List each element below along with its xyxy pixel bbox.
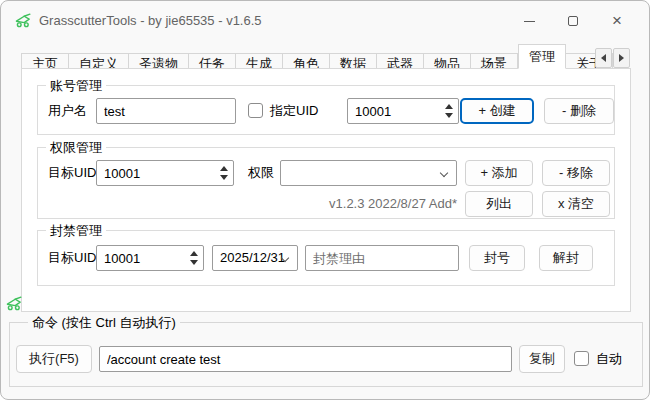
specify-uid-checkbox[interactable] <box>248 103 263 118</box>
add-permission-button[interactable]: + 添加 <box>465 160 533 186</box>
perm-target-uid-input[interactable] <box>97 161 233 185</box>
grasscutter-logo-icon <box>6 295 23 312</box>
ban-target-uid-label: 目标UID <box>48 250 96 266</box>
permission-group-title: 权限管理 <box>46 140 106 155</box>
tab-scroll-left-button[interactable] <box>595 48 612 68</box>
spinner-arrows[interactable] <box>441 99 456 123</box>
unban-button[interactable]: 解封 <box>539 245 593 271</box>
permission-group: 权限管理 目标UID 权限 + 添加 - 移除 v1.2.3 2022/8/27… <box>37 147 615 219</box>
spinner-arrows[interactable] <box>186 246 201 270</box>
command-input[interactable] <box>99 346 512 372</box>
ban-date-picker[interactable]: 2025/12/31 <box>212 245 298 271</box>
ban-group-title: 封禁管理 <box>46 223 106 238</box>
minimize-button[interactable] <box>507 2 551 40</box>
ban-button[interactable]: 封号 <box>469 245 525 271</box>
copy-command-button[interactable]: 复制 <box>519 345 565 373</box>
grasscutter-logo-icon <box>15 12 32 29</box>
ban-target-uid-spinner[interactable] <box>96 245 204 271</box>
maximize-icon <box>568 16 578 26</box>
tab-management[interactable]: 管理 <box>518 44 566 69</box>
spinner-down-icon[interactable] <box>445 113 453 118</box>
title-bar[interactable]: GrasscutterTools - by jie65535 - v1.6.5 … <box>1 1 649 41</box>
spinner-up-icon[interactable] <box>190 251 198 256</box>
perm-label: 权限 <box>248 165 274 181</box>
ban-reason-input[interactable] <box>305 245 459 271</box>
username-label: 用户名 <box>48 103 87 119</box>
window-title: GrasscutterTools - by jie65535 - v1.6.5 <box>39 1 262 41</box>
perm-target-uid-spinner[interactable] <box>96 160 234 186</box>
spinner-up-icon[interactable] <box>220 166 228 171</box>
create-account-button[interactable]: + 创建 <box>460 98 534 124</box>
account-group: 账号管理 用户名 指定UID + 创建 - 删除 <box>37 85 615 135</box>
spinner-down-icon[interactable] <box>220 175 228 180</box>
account-group-title: 账号管理 <box>46 78 106 93</box>
auto-run-label: 自动 <box>596 351 622 367</box>
spinner-down-icon[interactable] <box>190 260 198 265</box>
remove-permission-button[interactable]: - 移除 <box>542 160 610 186</box>
command-group-title: 命令 (按住 Ctrl 自动执行) <box>28 315 180 330</box>
delete-account-button[interactable]: - 删除 <box>544 98 614 124</box>
minimize-icon <box>524 21 535 22</box>
username-input[interactable] <box>96 98 236 124</box>
app-window: GrasscutterTools - by jie65535 - v1.6.5 … <box>0 0 650 400</box>
chevron-down-icon <box>440 169 448 177</box>
close-button[interactable]: × <box>595 2 639 40</box>
maximize-button[interactable] <box>551 2 595 40</box>
run-command-button[interactable]: 执行(F5) <box>16 345 92 373</box>
version-note: v1.2.3 2022/8/27 Add* <box>280 196 457 211</box>
tab-scroll-right-button[interactable] <box>613 48 630 68</box>
tab-scroll-right-icon <box>619 54 624 62</box>
specify-uid-label: 指定UID <box>270 103 318 119</box>
account-uid-spinner[interactable] <box>347 98 459 124</box>
ban-date-value: 2025/12/31 <box>220 250 285 265</box>
clear-permission-button[interactable]: x 清空 <box>542 191 610 217</box>
close-icon: × <box>612 11 622 31</box>
command-group: 命令 (按住 Ctrl 自动执行) 执行(F5) 复制 自动 <box>9 322 643 387</box>
auto-run-checkbox[interactable] <box>574 351 589 366</box>
tab-strip: 主页自定义圣遗物任务生成角色数据武器物品场景管理关于 <box>21 48 613 69</box>
permission-combobox[interactable] <box>280 160 457 186</box>
spinner-up-icon[interactable] <box>445 104 453 109</box>
ban-group: 封禁管理 目标UID 2025/12/31 封号 解封 <box>37 230 615 286</box>
tab-scroll-left-icon <box>601 54 606 62</box>
perm-target-uid-label: 目标UID <box>48 165 96 181</box>
spinner-arrows[interactable] <box>216 161 231 185</box>
list-permission-button[interactable]: 列出 <box>465 191 533 217</box>
